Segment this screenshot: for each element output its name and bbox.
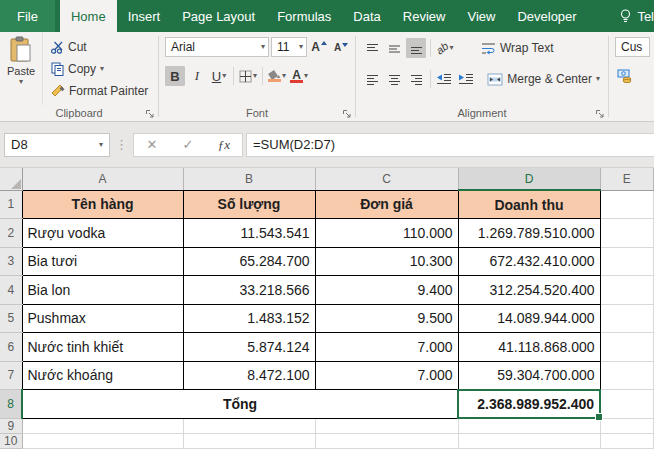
tab-view[interactable]: View xyxy=(456,0,506,32)
cell-E2[interactable] xyxy=(600,219,654,248)
cell-C6[interactable]: 7.000 xyxy=(315,333,458,362)
row-header-2[interactable]: 2 xyxy=(0,219,22,248)
column-header-C[interactable]: C xyxy=(315,168,458,190)
align-top-button[interactable] xyxy=(362,38,382,58)
orientation-button[interactable]: ab ▾ xyxy=(435,38,455,58)
cell-E8[interactable] xyxy=(600,390,654,419)
font-color-dropdown[interactable]: ▾ xyxy=(304,72,308,80)
row-header-1[interactable]: 1 xyxy=(0,190,22,219)
grow-font-button[interactable]: A xyxy=(309,37,329,57)
number-format-select[interactable]: Cus xyxy=(615,37,650,57)
cell-D3[interactable]: 672.432.410.000 xyxy=(458,247,600,276)
row-header-10[interactable]: 10 xyxy=(0,433,22,448)
cell-B2[interactable]: 11.543.541 xyxy=(183,219,315,248)
cell-A10[interactable] xyxy=(22,433,183,448)
paste-dropdown[interactable]: ▾ xyxy=(19,78,23,86)
name-box-dropdown[interactable]: ▾ xyxy=(99,141,103,149)
merge-center-button[interactable]: Merge & Center ▾ xyxy=(483,68,604,90)
cell-A9[interactable] xyxy=(22,418,183,433)
cell-D10[interactable] xyxy=(458,433,600,448)
cancel-button[interactable]: ✕ xyxy=(134,137,170,152)
fill-handle[interactable] xyxy=(595,413,603,421)
fill-color-dropdown[interactable]: ▾ xyxy=(282,72,286,80)
font-size-select[interactable]: 11 ▾ xyxy=(271,37,307,57)
align-left-button[interactable] xyxy=(362,69,382,89)
cell-E3[interactable] xyxy=(600,247,654,276)
font-name-select[interactable]: Arial ▾ xyxy=(165,37,269,57)
merge-center-dropdown[interactable]: ▾ xyxy=(596,75,600,83)
cell-C5[interactable]: 9.500 xyxy=(315,304,458,333)
cell-A2[interactable]: Rượu vodka xyxy=(22,219,183,248)
underline-dropdown[interactable]: ▾ xyxy=(222,72,226,80)
column-header-A[interactable]: A xyxy=(22,168,183,190)
row-header-8[interactable]: 8 xyxy=(0,390,22,419)
clipboard-dialog-launcher[interactable] xyxy=(145,109,155,119)
cell-E6[interactable] xyxy=(600,333,654,362)
cell-B7[interactable]: 8.472.100 xyxy=(183,361,315,390)
name-box[interactable]: D8 ▾ xyxy=(4,133,110,157)
cell-A5[interactable]: Pushmax xyxy=(22,304,183,333)
column-header-D[interactable]: D xyxy=(458,168,600,190)
cell-B6[interactable]: 5.874.124 xyxy=(183,333,315,362)
cell-D2[interactable]: 1.269.789.510.000 xyxy=(458,219,600,248)
paste-button[interactable]: Paste ▾ xyxy=(0,32,42,105)
row-header-4[interactable]: 4 xyxy=(0,276,22,305)
bold-button[interactable]: B xyxy=(165,66,185,86)
fill-color-button[interactable]: ▾ xyxy=(267,66,287,86)
cell-A7[interactable]: Nước khoáng xyxy=(22,361,183,390)
cell-D5[interactable]: 14.089.944.000 xyxy=(458,304,600,333)
row-header-3[interactable]: 3 xyxy=(0,247,22,276)
copy-dropdown[interactable]: ▾ xyxy=(100,65,104,73)
enter-button[interactable]: ✓ xyxy=(170,137,206,152)
cell-B3[interactable]: 65.284.700 xyxy=(183,247,315,276)
font-dialog-launcher[interactable] xyxy=(342,109,352,119)
tell-me[interactable]: Tel xyxy=(613,0,654,32)
cell-C9[interactable] xyxy=(315,418,458,433)
borders-button[interactable]: ▾ xyxy=(238,66,258,86)
cell-E7[interactable] xyxy=(600,361,654,390)
tab-home[interactable]: Home xyxy=(60,0,117,32)
row-header-5[interactable]: 5 xyxy=(0,304,22,333)
cell-E9[interactable] xyxy=(600,418,654,433)
font-color-button[interactable]: A ▾ xyxy=(289,66,309,86)
cell-C4[interactable]: 9.400 xyxy=(315,276,458,305)
cell-E10[interactable] xyxy=(600,433,654,448)
decrease-indent-button[interactable] xyxy=(434,69,454,89)
tab-developer[interactable]: Developer xyxy=(506,0,587,32)
cell-B4[interactable]: 33.218.566 xyxy=(183,276,315,305)
shrink-font-button[interactable]: A xyxy=(331,37,351,57)
align-bottom-button[interactable] xyxy=(406,38,426,58)
cell-E1[interactable] xyxy=(600,190,654,219)
increase-indent-button[interactable] xyxy=(456,69,476,89)
cell-A3[interactable]: Bia tươi xyxy=(22,247,183,276)
cell-A1[interactable]: Tên hàng xyxy=(22,190,183,219)
align-middle-button[interactable] xyxy=(384,38,404,58)
tab-data[interactable]: Data xyxy=(342,0,391,32)
cut-button[interactable]: Cut xyxy=(47,36,152,58)
cell-D9[interactable] xyxy=(458,418,600,433)
row-header-6[interactable]: 6 xyxy=(0,333,22,362)
accounting-format-button[interactable] xyxy=(615,66,635,86)
select-all-corner[interactable] xyxy=(0,168,22,190)
cell-C1[interactable]: Đơn giá xyxy=(315,190,458,219)
italic-button[interactable]: I xyxy=(187,66,207,86)
cell-E5[interactable] xyxy=(600,304,654,333)
cell-B10[interactable] xyxy=(183,433,315,448)
cell-D7[interactable]: 59.304.700.000 xyxy=(458,361,600,390)
cell-B5[interactable]: 1.483.152 xyxy=(183,304,315,333)
cell-C10[interactable] xyxy=(315,433,458,448)
cell-C2[interactable]: 110.000 xyxy=(315,219,458,248)
formula-input[interactable]: =SUM(D2:D7) xyxy=(246,133,654,157)
borders-dropdown[interactable]: ▾ xyxy=(253,72,257,80)
cell-A8-merged[interactable]: Tổng xyxy=(22,390,458,419)
cell-B1[interactable]: Số lượng xyxy=(183,190,315,219)
cell-D6[interactable]: 41.118.868.000 xyxy=(458,333,600,362)
tab-formulas[interactable]: Formulas xyxy=(266,0,342,32)
column-header-B[interactable]: B xyxy=(183,168,315,190)
tab-file[interactable]: File xyxy=(0,0,55,32)
cell-B9[interactable] xyxy=(183,418,315,433)
row-header-7[interactable]: 7 xyxy=(0,361,22,390)
copy-button[interactable]: Copy ▾ xyxy=(47,58,152,80)
column-header-E[interactable]: E xyxy=(600,168,654,190)
tab-review[interactable]: Review xyxy=(392,0,457,32)
